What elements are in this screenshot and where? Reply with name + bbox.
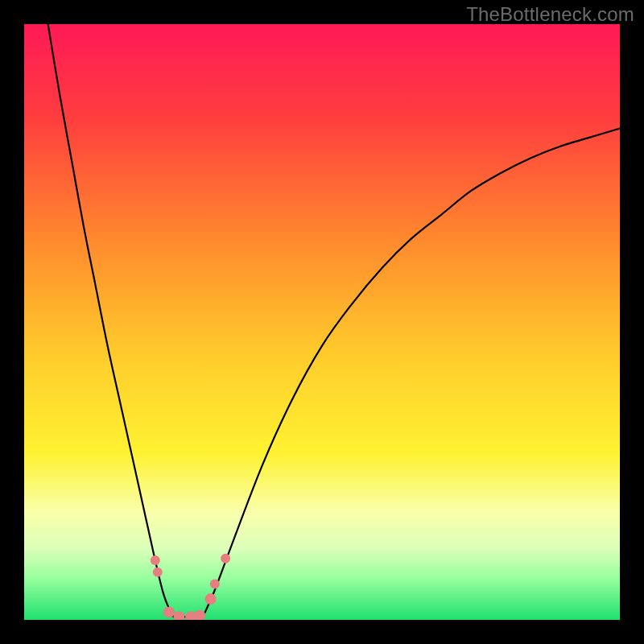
plot-background bbox=[24, 24, 620, 620]
marker-dot bbox=[163, 606, 175, 617]
marker-dot bbox=[210, 580, 220, 589]
marker-dot bbox=[205, 593, 217, 605]
marker-dot bbox=[153, 568, 163, 577]
chart-stage: TheBottleneck.com bbox=[0, 0, 644, 644]
bottleneck-chart bbox=[24, 24, 620, 620]
watermark-label: TheBottleneck.com bbox=[466, 3, 634, 26]
marker-dot bbox=[151, 555, 160, 565]
marker-dot bbox=[221, 554, 230, 564]
